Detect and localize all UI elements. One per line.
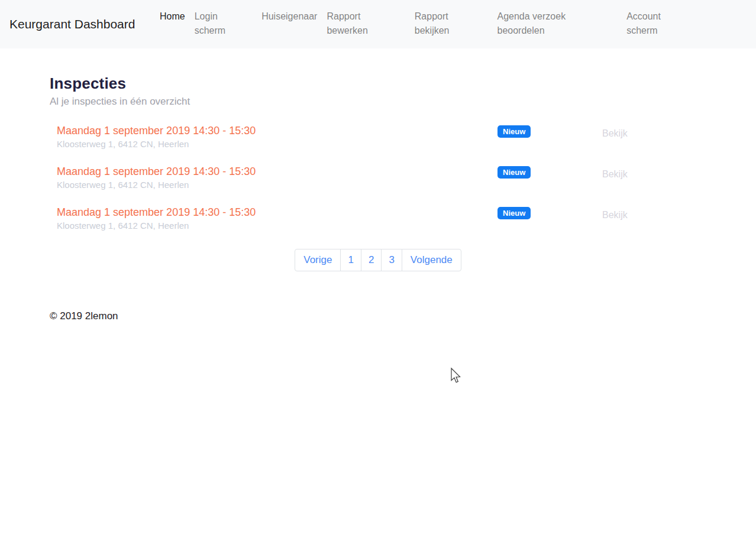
nav-link-agenda-verzoek-beoordelen[interactable]: Agenda verzoek beoordelen <box>497 9 566 38</box>
pagination-page-2[interactable]: 2 <box>361 249 382 271</box>
nav-item-home[interactable]: Home <box>160 9 185 24</box>
page-subtitle: Al je inspecties in één overzicht <box>50 96 706 108</box>
pagination-previous[interactable]: Vorige <box>295 249 341 271</box>
main-content: Inspecties Al je inspecties in één overz… <box>50 74 706 322</box>
nav-item-agenda-verzoek-beoordelen[interactable]: Agenda verzoek beoordelen <box>497 9 566 38</box>
pagination-next-link[interactable]: Volgende <box>402 249 461 271</box>
inspection-list: Maandag 1 september 2019 14:30 - 15:30 K… <box>50 125 706 234</box>
pagination-page-3-link[interactable]: 3 <box>381 249 402 271</box>
inspection-address: Kloosterweg 1, 6412 CN, Heerlen <box>57 221 706 231</box>
status-badge-nieuw: Nieuw <box>497 207 531 219</box>
nav-link-home[interactable]: Home <box>160 9 185 24</box>
pagination: Vorige 1 2 3 Volgende <box>50 249 706 271</box>
mouse-cursor-icon <box>449 367 461 385</box>
nav-link-login-scherm[interactable]: Login scherm <box>195 9 225 38</box>
pagination-page-1-link[interactable]: 1 <box>340 249 361 271</box>
pagination-next[interactable]: Volgende <box>402 249 461 271</box>
bekijk-link[interactable]: Bekijk <box>602 169 628 180</box>
pagination-previous-link[interactable]: Vorige <box>295 249 341 271</box>
inspection-row: Maandag 1 september 2019 14:30 - 15:30 K… <box>50 125 706 152</box>
inspection-date-link[interactable]: Maandag 1 september 2019 14:30 - 15:30 <box>57 206 256 219</box>
nav-link-rapport-bewerken[interactable]: Rapport bewerken <box>327 9 367 38</box>
page-title: Inspecties <box>50 74 706 93</box>
inspection-row: Maandag 1 september 2019 14:30 - 15:30 K… <box>50 206 706 234</box>
bekijk-link[interactable]: Bekijk <box>602 210 628 221</box>
inspection-address: Kloosterweg 1, 6412 CN, Heerlen <box>57 180 706 190</box>
footer-copyright: © 2019 2lemon <box>50 310 706 322</box>
nav-link-huiseigenaar[interactable]: Huiseigenaar <box>261 9 317 24</box>
inspection-date-link[interactable]: Maandag 1 september 2019 14:30 - 15:30 <box>57 166 256 178</box>
nav-item-login-scherm[interactable]: Login scherm <box>195 9 225 38</box>
status-badge-nieuw: Nieuw <box>497 125 531 138</box>
nav-link-account-scherm[interactable]: Account scherm <box>626 9 661 38</box>
inspection-address: Kloosterweg 1, 6412 CN, Heerlen <box>57 139 706 149</box>
top-navbar: Keurgarant Dashboard Home Login scherm H… <box>0 0 756 48</box>
bekijk-link[interactable]: Bekijk <box>602 128 628 139</box>
nav-item-rapport-bekijken[interactable]: Rapport bekijken <box>415 9 450 38</box>
pagination-page-3[interactable]: 3 <box>382 249 402 271</box>
main-nav: Home Login scherm Huiseigenaar Rapport b… <box>160 9 661 38</box>
inspection-date-link[interactable]: Maandag 1 september 2019 14:30 - 15:30 <box>57 125 256 137</box>
status-badge-nieuw: Nieuw <box>497 166 531 179</box>
nav-link-rapport-bekijken[interactable]: Rapport bekijken <box>415 9 450 38</box>
nav-item-account-scherm[interactable]: Account scherm <box>626 9 661 38</box>
pagination-page-2-link[interactable]: 2 <box>361 249 382 271</box>
inspection-row: Maandag 1 september 2019 14:30 - 15:30 K… <box>50 166 706 193</box>
brand-title[interactable]: Keurgarant Dashboard <box>9 17 135 31</box>
nav-item-huiseigenaar[interactable]: Huiseigenaar <box>261 9 317 24</box>
pagination-page-1[interactable]: 1 <box>341 249 361 271</box>
nav-item-rapport-bewerken[interactable]: Rapport bewerken <box>327 9 367 38</box>
